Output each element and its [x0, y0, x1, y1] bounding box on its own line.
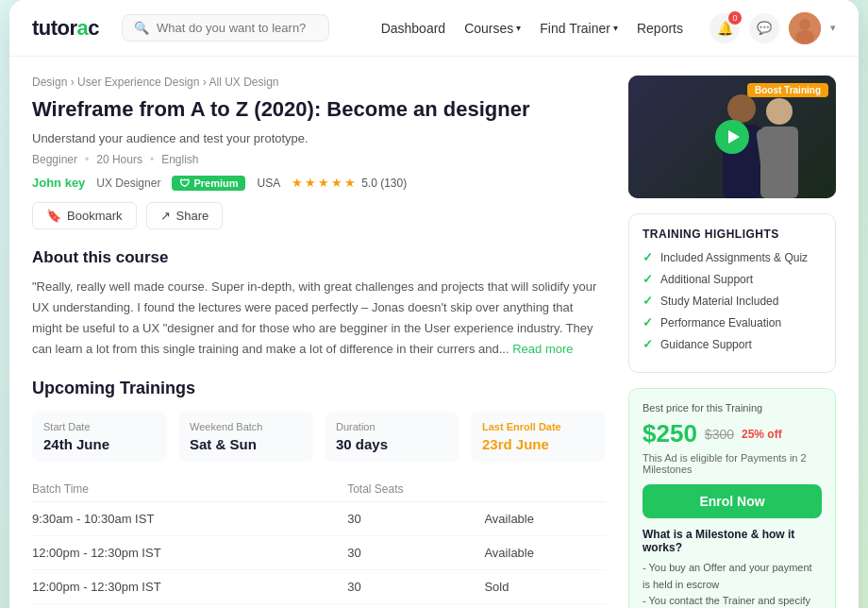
svg-point-7	[766, 98, 793, 125]
nav-reports[interactable]: Reports	[637, 21, 683, 36]
svg-point-1	[799, 19, 810, 30]
last-enroll-card: Last Enroll Date 23rd June	[471, 412, 606, 462]
course-hours: 20 Hours	[96, 153, 142, 166]
highlight-item: ✓Study Material Included	[643, 294, 822, 308]
check-icon: ✓	[643, 250, 653, 264]
search-input[interactable]	[157, 21, 317, 35]
highlights-list: ✓Included Assignments & Quiz✓Additional …	[643, 250, 822, 351]
price-current: $250	[643, 419, 697, 448]
nav-dashboard[interactable]: Dashboard	[381, 21, 446, 36]
chevron-down-icon: ▾	[516, 23, 521, 33]
batch-table: Batch Time Total Seats 9:30am - 10:30am …	[32, 477, 606, 608]
course-meta: Begginer • 20 Hours • English	[32, 153, 606, 166]
duration-label: Duration	[336, 421, 448, 432]
batch-time: 12:00pm - 12:30pm IST	[32, 569, 347, 603]
nav-links: Dashboard Courses ▾ Find Trainer ▾ Repor…	[381, 12, 836, 44]
total-seats: 30	[347, 603, 484, 608]
status-badge: Available	[484, 501, 606, 535]
course-language: English	[161, 153, 198, 166]
premium-icon: 🛡	[179, 177, 190, 189]
highlight-item: ✓Guidance Support	[643, 337, 822, 351]
svg-point-2	[795, 30, 814, 43]
logo[interactable]: tutorac	[32, 16, 99, 41]
breadcrumb-all-ux[interactable]: All UX Design	[209, 76, 278, 89]
course-level: Begginer	[32, 153, 77, 166]
price-original: $300	[705, 427, 734, 442]
action-buttons: 🔖 Bookmark ↗ Share	[32, 202, 606, 229]
total-seats: 30	[347, 501, 484, 535]
avatar-chevron[interactable]: ▾	[830, 22, 836, 34]
price-label: Best price for this Training	[643, 402, 822, 414]
share-button[interactable]: ↗ Share	[146, 202, 224, 229]
highlight-item: ✓Included Assignments & Quiz	[643, 250, 822, 264]
duration-value: 30 days	[336, 436, 448, 452]
last-enroll-value: 23rd June	[482, 436, 594, 452]
check-icon: ✓	[643, 294, 653, 308]
total-seats: 30	[347, 535, 484, 569]
highlights-title: TRAINING HIGHLIGHTS	[643, 228, 822, 241]
price-row: $250 $300 25% off	[643, 419, 822, 448]
search-icon: 🔍	[134, 21, 149, 35]
play-button[interactable]	[715, 120, 749, 154]
check-icon: ✓	[643, 337, 653, 351]
notification-icon[interactable]: 🔔 0	[709, 13, 740, 43]
instructor-name[interactable]: John key	[32, 176, 85, 190]
header: tutorac 🔍 Dashboard Courses ▾ Find Train…	[9, 0, 859, 57]
course-image: Boost Training	[628, 76, 836, 198]
notif-badge: 0	[728, 11, 742, 25]
batch-time: 12:00pm - 12:30pm IST	[32, 535, 347, 569]
main-content: Design › User Experience Design › All UX…	[9, 57, 859, 608]
start-date-value: 24th June	[43, 436, 156, 452]
status-header	[484, 477, 606, 502]
right-column: Boost Training TRAINING HIGHLIGHTS ✓Incl…	[628, 76, 836, 608]
star-rating: ★★★★★ 5.0 (130)	[292, 176, 407, 190]
check-icon: ✓	[643, 272, 653, 286]
bookmark-button[interactable]: 🔖 Bookmark	[32, 202, 137, 229]
breadcrumb-design[interactable]: Design	[32, 76, 67, 89]
batch-time: 9:30am - 10:30am IST	[32, 501, 347, 535]
share-icon: ↗	[160, 209, 171, 223]
table-row: 12:00pm - 12:30pm IST 30 Sold	[32, 569, 606, 603]
status-badge: Available	[484, 535, 606, 569]
avatar[interactable]	[789, 12, 821, 44]
training-dates-row: Start Date 24th June Weekend Batch Sat &…	[32, 412, 606, 462]
search-bar[interactable]: 🔍	[122, 14, 329, 42]
last-enroll-label: Last Enroll Date	[482, 421, 594, 432]
total-seats: 30	[347, 569, 484, 603]
premium-badge: 🛡 Premium	[172, 176, 245, 191]
left-column: Design › User Experience Design › All UX…	[32, 76, 606, 608]
milestone-text: - You buy an Offer and your payment is h…	[643, 560, 822, 608]
weekend-batch-card: Weekend Batch Sat & Sun	[178, 412, 313, 462]
breadcrumb: Design › User Experience Design › All UX…	[32, 76, 606, 89]
table-row: 12:00pm - 12:30pm IST 30 Sold	[32, 603, 606, 608]
price-note: This Ad is eligible for Payments in 2 Mi…	[643, 452, 822, 475]
nav-courses[interactable]: Courses ▾	[464, 21, 521, 36]
highlight-item: ✓Performance Evaluation	[643, 315, 822, 329]
rating-value: 5.0 (130)	[361, 177, 407, 190]
message-icon[interactable]: 💬	[749, 13, 779, 43]
total-seats-header: Total Seats	[347, 477, 484, 502]
about-title: About this course	[32, 248, 606, 267]
start-date-card: Start Date 24th June	[32, 412, 167, 462]
table-row: 12:00pm - 12:30pm IST 30 Available	[32, 535, 606, 569]
milestone-title: What is a Milestone & how it works?	[643, 528, 822, 554]
status-badge: Sold	[484, 603, 606, 608]
check-icon: ✓	[643, 315, 653, 329]
weekend-label: Weekend Batch	[190, 421, 302, 432]
price-discount: 25% off	[742, 428, 782, 441]
breadcrumb-ux-design[interactable]: User Experience Design	[77, 76, 199, 89]
status-badge: Sold	[484, 569, 606, 603]
course-title: Wireframe from A to Z (2020): Become an …	[32, 96, 606, 124]
start-date-label: Start Date	[43, 421, 156, 432]
weekend-value: Sat & Sun	[190, 436, 302, 452]
instructor-role: UX Designer	[96, 177, 160, 190]
course-subtitle: Understand your audience and test your p…	[32, 131, 606, 145]
svg-point-3	[727, 94, 756, 123]
price-card: Best price for this Training $250 $300 2…	[628, 388, 836, 608]
nav-find-trainer[interactable]: Find Trainer ▾	[540, 21, 618, 36]
read-more-link[interactable]: Read more	[512, 342, 573, 356]
bookmark-icon: 🔖	[46, 209, 61, 223]
batch-time: 12:00pm - 12:30pm IST	[32, 603, 347, 608]
enroll-button[interactable]: Enrol Now	[643, 484, 822, 518]
chevron-down-icon: ▾	[613, 23, 618, 33]
